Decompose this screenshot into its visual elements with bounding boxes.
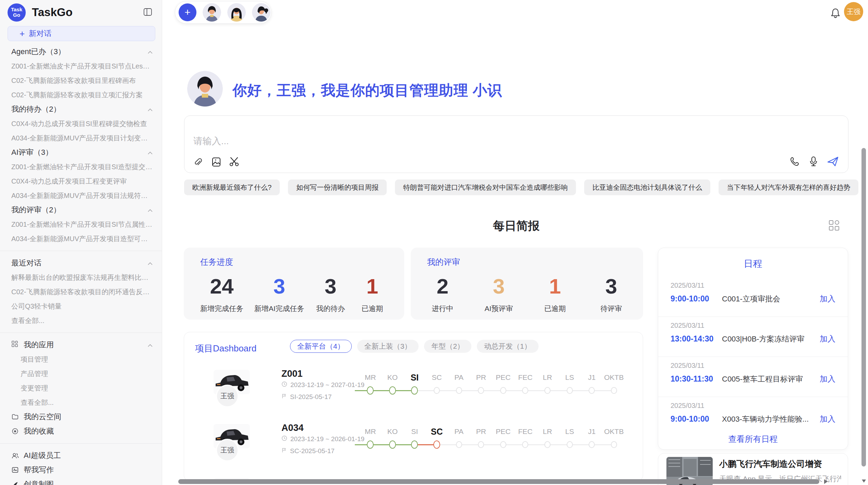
agent-avatar[interactable]	[227, 3, 246, 22]
chevron-up-icon	[147, 206, 153, 214]
suggestion-chip[interactable]: 如何写一份清晰的项目周报	[288, 179, 387, 195]
milestone-label: SC	[426, 427, 448, 436]
dashboard-tab[interactable]: 全新上装（3）	[357, 340, 419, 353]
project-code: Z001	[281, 369, 303, 379]
view-all-schedule-link[interactable]: 查看所有日程	[658, 434, 848, 445]
stat-value: 3	[493, 275, 505, 298]
schedule-date: 2025/03/11	[671, 362, 835, 370]
recent-conversation-item[interactable]: C02-飞腾新能源轻客改款项目的闭环通告反馈情况	[0, 285, 162, 299]
chat-input[interactable]	[193, 134, 502, 149]
screenshot-scissors-icon[interactable]	[229, 157, 240, 167]
sidebar-task-item[interactable]: C02-飞腾新能源轻客改款项目里程碑画布	[0, 73, 162, 88]
join-meeting-link[interactable]: 加入	[820, 374, 835, 384]
sidebar-task-item[interactable]: Z001-全新燃油轻卡产品开发项目SI节点属性5D文件评审	[0, 217, 162, 232]
recent-conversation-item[interactable]: 公司Q3轻卡销量	[0, 299, 162, 313]
milestone-track: MRKOSISCPAPRPECFECLRLSJ1OKTB	[359, 427, 625, 451]
new-chat-button[interactable]: + 新对话	[8, 26, 155, 41]
vertical-scrollbar[interactable]	[861, 148, 866, 467]
dashboard-tab[interactable]: 动总开发（1）	[477, 340, 539, 353]
suggestion-chip[interactable]: 特朗普可能对进口汽车增税会对中国车企造成哪些影响	[395, 179, 576, 195]
milestone-dot	[478, 387, 484, 394]
section-title: 我的评审（2）	[11, 205, 147, 215]
scroll-right-arrow-icon[interactable]	[824, 479, 828, 484]
app-menu-item[interactable]: 产品管理	[0, 366, 162, 381]
chevron-up-icon	[147, 105, 153, 114]
suggestion-chip[interactable]: 欧洲新规最近颁布了什么?	[184, 179, 280, 195]
attach-file-icon[interactable]	[193, 157, 204, 167]
sidebar-item-badge[interactable]: 我的收藏	[0, 424, 162, 438]
app-menu-item[interactable]: 项目管理	[0, 352, 162, 366]
project-flag-milestone: SC-2025-05-17	[281, 447, 335, 455]
sidebar-task-item[interactable]: C0X4-动力总成开发项目SI里程碑提交物检查	[0, 116, 162, 131]
milestone-dot	[522, 387, 528, 394]
milestone-label: FEC	[514, 373, 537, 382]
chat-input-box[interactable]	[184, 115, 848, 173]
join-meeting-link[interactable]: 加入	[820, 294, 835, 304]
join-meeting-link[interactable]: 加入	[820, 334, 835, 344]
milestone-dot	[434, 387, 440, 394]
schedule-entry: 2025/03/1113:00-14:30C003|H0B-方案冻结评审加入	[658, 317, 848, 357]
dashboard-tab[interactable]: 年型（2）	[424, 340, 471, 353]
my-apps-header[interactable]: 我的应用	[0, 338, 162, 352]
quick-access-toolbar: +	[175, 1, 272, 24]
milestone-dot	[389, 440, 396, 449]
sidebar-task-item[interactable]: A034-全新新能源MUV产品开发项目造型可行性评审	[0, 232, 162, 246]
milestone-label: FEC	[514, 427, 537, 436]
sidebar-section-header[interactable]: AI评审（3）	[0, 145, 162, 160]
send-toolbar	[790, 156, 839, 167]
notification-bell-icon[interactable]	[830, 8, 841, 19]
stat-label: 已逾期	[362, 304, 383, 313]
project-row[interactable]: 王强Z0012023-12-19 ~ 2027-01-19SI-2025-05-…	[184, 365, 643, 410]
stat-row: 2进行中3AI预评审1已逾期3待评审	[427, 275, 627, 313]
image-upload-icon[interactable]	[211, 157, 221, 167]
sidebar-task-item[interactable]: Z001-全新燃油轻卡产品开发项目SI造型提交物评审	[0, 160, 162, 174]
app-window: Task Go TaskGo + 新对话 Agent已办（3）Z001-全新燃油…	[0, 0, 868, 485]
sidebar-task-item[interactable]: C0X4-动力总成开发项目工程变更评审	[0, 174, 162, 188]
scroll-down-arrow-icon[interactable]	[862, 480, 866, 483]
briefing-layout-icon[interactable]	[828, 220, 840, 232]
schedule-date: 2025/03/11	[671, 402, 835, 410]
sidebar-collapse-icon[interactable]	[143, 7, 153, 18]
schedule-name: C001-立项审批会	[722, 294, 820, 304]
suggestion-chip[interactable]: 比亚迪全固态电池计划具体说了什么	[584, 179, 710, 195]
milestone-j1: J1	[581, 373, 603, 397]
sidebar-section-header[interactable]: 我的评审（2）	[0, 203, 162, 217]
project-row[interactable]: 王强A0342023-12-19 ~ 2026-01-19SC-2025-05-…	[184, 419, 643, 464]
user-avatar[interactable]: 王强	[844, 2, 863, 21]
app-menu-item[interactable]: 查看全部...	[0, 395, 162, 410]
sidebar-tool-item[interactable]: 帮我写作	[0, 463, 162, 477]
milestone-label: MR	[359, 373, 382, 382]
dashboard-tab[interactable]: 全新平台（4）	[290, 340, 352, 353]
sidebar-tool-item[interactable]: AI超级员工	[0, 448, 162, 463]
sidebar-task-item[interactable]: C02-飞腾新能源轻客改款项目立项汇报方案	[0, 88, 162, 102]
voice-call-icon[interactable]	[790, 157, 800, 167]
sidebar-task-item[interactable]: A034-全新新能源MUV产品开发项目法规符合性评审	[0, 188, 162, 203]
agent-avatar[interactable]	[252, 3, 270, 22]
project-owner-badge: 王强	[216, 439, 239, 461]
agent-avatar[interactable]	[203, 3, 221, 22]
sidebar-tool-item[interactable]: 创意制图	[0, 477, 162, 485]
schedule-name: C005-整车工程目标评审	[722, 374, 820, 384]
add-agent-button[interactable]: +	[179, 3, 196, 21]
divider	[0, 251, 162, 251]
milestone-pr: PR	[470, 373, 492, 397]
horizontal-scrollbar[interactable]	[178, 479, 819, 484]
milestone-pec: PEC	[492, 427, 515, 451]
sidebar-item-folder[interactable]: 我的云空间	[0, 410, 162, 424]
app-menu-item[interactable]: 变更管理	[0, 381, 162, 395]
schedule-list: 2025/03/119:00-10:00C001-立项审批会加入2025/03/…	[658, 277, 848, 437]
sidebar-section-header[interactable]: 我的待办（2）	[0, 102, 162, 116]
sidebar-section-header[interactable]: Agent已办（3）	[0, 45, 162, 59]
recent-view-all-link[interactable]: 查看全部...	[0, 313, 162, 328]
suggestion-chip[interactable]: 当下年轻人对汽车外观有怎样的喜好趋势	[719, 179, 858, 195]
app-logo: Task Go	[8, 3, 26, 22]
join-meeting-link[interactable]: 加入	[820, 414, 835, 424]
sidebar-task-item[interactable]: Z001-全新燃油皮卡产品开发项目SI节点Lesson Learn报告	[0, 59, 162, 73]
stat-label: 进行中	[432, 304, 454, 313]
recent-section-header[interactable]: 最近对话	[0, 256, 162, 270]
sidebar-task-item[interactable]: A034-全新新能源MUV产品开发项目计划变更表编写	[0, 131, 162, 145]
microphone-icon[interactable]	[809, 156, 818, 167]
send-icon[interactable]	[827, 156, 839, 167]
recent-conversation-item[interactable]: 解释最新出台的欧盟报废车法规再生塑料比例被调至15%...	[0, 270, 162, 285]
milestone-dot	[411, 386, 418, 395]
